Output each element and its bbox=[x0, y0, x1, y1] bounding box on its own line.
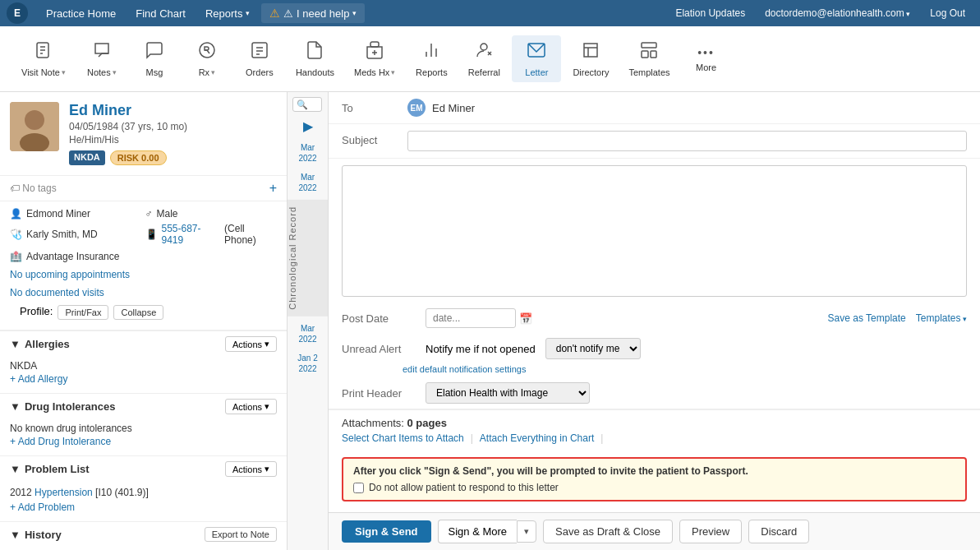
profile-actions: Profile: Print/Fax Collapse bbox=[10, 302, 277, 323]
select-chart-items-link[interactable]: Select Chart Items to Attach bbox=[342, 432, 464, 444]
patient-header: Ed Miner 04/05/1984 (37 yrs, 10 mo) He/H… bbox=[0, 92, 287, 176]
no-visits[interactable]: No documented visits bbox=[10, 284, 277, 302]
sign-more-split: Sign & More ▾ bbox=[438, 520, 537, 543]
toolbar-visit-note[interactable]: Visit Note ▾ bbox=[13, 35, 74, 82]
chart-date-item[interactable]: Mar2022 bbox=[297, 169, 318, 196]
problem-link[interactable]: Hypertension bbox=[35, 487, 93, 498]
sign-more-dropdown[interactable]: ▾ bbox=[517, 520, 536, 543]
nav-logout[interactable]: Log Out bbox=[922, 4, 973, 22]
discard-button[interactable]: Discard bbox=[748, 520, 809, 543]
nav-account[interactable]: doctordemo@elationhealth.com bbox=[757, 4, 918, 22]
stethoscope-icon: 🩺 bbox=[10, 229, 22, 240]
patient-dob: 04/05/1984 (37 yrs, 10 mo) bbox=[69, 121, 187, 132]
app-logo[interactable]: E bbox=[7, 2, 28, 24]
print-header-select[interactable]: Elation Health with Image Elation Health… bbox=[426, 382, 590, 404]
toolbar-meds-hx[interactable]: Meds Hx ▾ bbox=[346, 35, 403, 82]
add-problem-button[interactable]: + Add Problem bbox=[10, 500, 75, 515]
allergies-actions-button[interactable]: Actions▾ bbox=[225, 336, 277, 352]
problem-list-actions-button[interactable]: Actions▾ bbox=[225, 461, 277, 477]
chart-expand-arrow[interactable]: ▶ bbox=[301, 117, 315, 136]
profile-label: Profile: bbox=[20, 305, 53, 320]
letter-content-area[interactable] bbox=[342, 165, 967, 297]
chart-date-item[interactable]: Mar2022 bbox=[297, 320, 318, 348]
msg-icon bbox=[145, 40, 164, 64]
warning-icon: ⚠ bbox=[269, 7, 280, 20]
chart-date-item[interactable]: Mar2022 bbox=[297, 139, 318, 167]
no-drug-intolerances: No known drug intolerances bbox=[10, 423, 277, 434]
allergies-section: ▼ Allergies Actions▾ NKDA + Add Allergy bbox=[0, 330, 287, 393]
toolbar-reports[interactable]: Reports bbox=[407, 35, 456, 82]
chart-search-input[interactable] bbox=[292, 97, 322, 112]
chart-search bbox=[288, 92, 328, 117]
toggle-icon[interactable]: ▼ bbox=[10, 463, 21, 475]
toolbar-directory[interactable]: Directory bbox=[564, 35, 617, 82]
nav-elation-updates[interactable]: Elation Updates bbox=[667, 4, 753, 22]
allergies-content: NKDA + Add Allergy bbox=[0, 357, 287, 393]
letter-body: To EM Ed Miner Subject Post Date 📅 bbox=[329, 92, 980, 512]
toolbar-handouts[interactable]: Handouts bbox=[288, 35, 343, 82]
main-toolbar: Visit Note ▾ Notes ▾ Msg Rx ▾ Orders bbox=[0, 26, 980, 92]
directory-icon bbox=[581, 40, 600, 64]
chronological-record-label[interactable]: Chronological Record bbox=[288, 200, 328, 317]
toolbar-referral[interactable]: Referral bbox=[459, 35, 508, 82]
print-fax-button[interactable]: Print/Fax bbox=[58, 305, 108, 320]
date-input-container: 📅 bbox=[426, 308, 532, 328]
main-layout: Ed Miner 04/05/1984 (37 yrs, 10 mo) He/H… bbox=[0, 92, 980, 550]
patient-details: 👤 Edmond Miner ♂ Male 🩺 Karly Smith, MD … bbox=[0, 201, 287, 330]
insurance-item: 🏥 Advantage Insurance bbox=[10, 246, 277, 262]
drug-intolerances-actions-button[interactable]: Actions▾ bbox=[225, 399, 277, 414]
nav-find-chart[interactable]: Find Chart bbox=[127, 4, 194, 23]
attachments-row: Attachments: 0 pages Select Chart Items … bbox=[329, 409, 980, 451]
sign-send-button[interactable]: Sign & Send bbox=[342, 520, 431, 543]
notify-select[interactable]: don't notify me after 1 day after 3 days… bbox=[545, 338, 641, 359]
toggle-icon[interactable]: ▼ bbox=[10, 338, 21, 350]
add-drug-intolerance-button[interactable]: + Add Drug Intolerance bbox=[10, 434, 111, 449]
toolbar-notes[interactable]: Notes ▾ bbox=[77, 35, 127, 82]
no-respond-checkbox-row: Do not allow patient to respond to this … bbox=[353, 482, 955, 493]
recipient-name: Ed Miner bbox=[432, 102, 475, 114]
subject-input[interactable] bbox=[407, 131, 967, 151]
no-respond-checkbox[interactable] bbox=[353, 483, 364, 493]
toolbar-templates[interactable]: Templates bbox=[620, 35, 678, 82]
appointments-link[interactable]: No upcoming appointments bbox=[10, 269, 277, 280]
toolbar-rx[interactable]: Rx ▾ bbox=[182, 35, 232, 82]
phone-link[interactable]: 555-687-9419 bbox=[162, 223, 221, 246]
save-as-template-link[interactable]: Save as Template bbox=[828, 312, 906, 324]
print-header-row: Print Header Elation Health with Image E… bbox=[329, 377, 980, 409]
add-allergy-button[interactable]: + Add Allergy bbox=[10, 372, 67, 386]
calendar-icon[interactable]: 📅 bbox=[519, 312, 532, 325]
patient-avatar bbox=[10, 102, 59, 151]
post-date-input[interactable] bbox=[426, 308, 516, 328]
recipient-avatar: EM bbox=[407, 99, 426, 117]
nav-reports[interactable]: Reports bbox=[197, 4, 259, 23]
toolbar-msg[interactable]: Msg bbox=[130, 35, 179, 82]
problem-year: 2012 bbox=[10, 487, 32, 498]
toolbar-more[interactable]: ••• More bbox=[682, 41, 731, 77]
help-label: ⚠ I need help bbox=[283, 7, 349, 20]
nav-help[interactable]: ⚠ ⚠ I need help bbox=[261, 3, 365, 23]
save-draft-button[interactable]: Save as Draft & Close bbox=[543, 520, 673, 543]
problem-list-content: 2012 Hypertension [I10 (401.9)] + Add Pr… bbox=[0, 482, 287, 521]
export-to-note-button[interactable]: Export to Note bbox=[205, 527, 277, 542]
toggle-icon[interactable]: ▼ bbox=[10, 529, 21, 541]
sign-more-button[interactable]: Sign & More bbox=[438, 520, 518, 543]
nkda-badge: NKDA bbox=[69, 150, 105, 165]
templates-dropdown[interactable]: Templates bbox=[916, 312, 967, 324]
visits-link[interactable]: No documented visits bbox=[10, 287, 277, 298]
chart-date-item[interactable]: Jan 22022 bbox=[296, 349, 319, 377]
toolbar-orders[interactable]: Orders bbox=[235, 35, 284, 82]
toolbar-letter[interactable]: Letter bbox=[512, 35, 561, 82]
to-row: To EM Ed Miner bbox=[329, 92, 980, 124]
add-tag-button[interactable]: + bbox=[269, 181, 277, 196]
patient-sidebar: Ed Miner 04/05/1984 (37 yrs, 10 mo) He/H… bbox=[0, 92, 288, 550]
preview-button[interactable]: Preview bbox=[679, 520, 742, 543]
no-appointments[interactable]: No upcoming appointments bbox=[10, 266, 277, 284]
toggle-icon[interactable]: ▼ bbox=[10, 400, 21, 413]
nav-practice-home[interactable]: Practice Home bbox=[38, 4, 124, 23]
edit-notification-link[interactable]: edit default notification settings bbox=[403, 364, 980, 377]
orders-icon bbox=[250, 40, 269, 64]
to-label: To bbox=[342, 99, 407, 114]
collapse-button[interactable]: Collapse bbox=[113, 305, 163, 320]
top-navigation: E Practice Home Find Chart Reports ⚠ ⚠ I… bbox=[0, 0, 980, 26]
attach-everything-link[interactable]: Attach Everything in Chart bbox=[480, 432, 594, 444]
